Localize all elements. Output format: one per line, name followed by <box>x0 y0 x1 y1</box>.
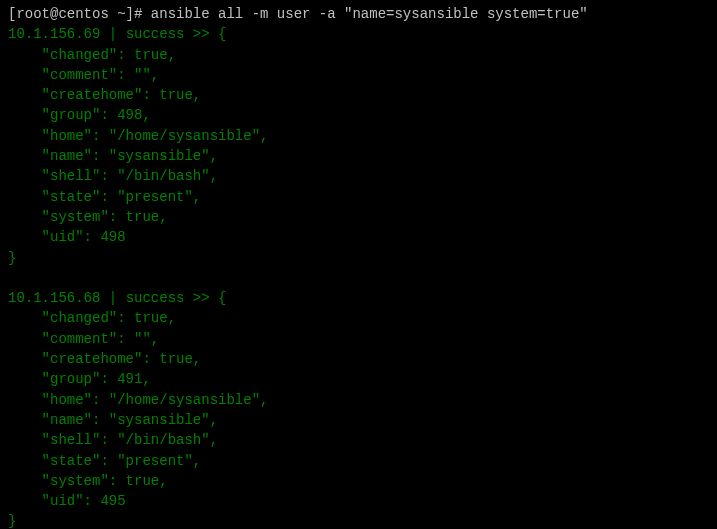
result-line: "comment": "", <box>8 65 709 85</box>
shell-prompt-prefix: [root@centos ~]# <box>8 6 151 22</box>
result-line: "uid": 495 <box>8 491 709 511</box>
result-line: "createhome": true, <box>8 85 709 105</box>
result-host: 10.1.156.69 <box>8 26 100 42</box>
result-line: "comment": "", <box>8 329 709 349</box>
shell-command: ansible all -m user -a "name=sysansible … <box>151 6 588 22</box>
result-host: 10.1.156.68 <box>8 290 100 306</box>
result-line: "group": 498, <box>8 105 709 125</box>
result-line: "shell": "/bin/bash", <box>8 430 709 450</box>
result-line: "shell": "/bin/bash", <box>8 166 709 186</box>
result-line: "name": "sysansible", <box>8 146 709 166</box>
shell-prompt-line[interactable]: [root@centos ~]# ansible all -m user -a … <box>8 4 709 24</box>
result-line: "changed": true, <box>8 45 709 65</box>
result-line: "changed": true, <box>8 308 709 328</box>
ansible-result-block-1: 10.1.156.68 | success >> { <box>8 288 709 308</box>
result-line: "state": "present", <box>8 451 709 471</box>
result-line: "system": true, <box>8 471 709 491</box>
result-header-suffix: | success >> { <box>100 290 226 306</box>
ansible-result-block-0: 10.1.156.69 | success >> { <box>8 24 709 44</box>
result-line: "system": true, <box>8 207 709 227</box>
result-line: "name": "sysansible", <box>8 410 709 430</box>
result-line: "createhome": true, <box>8 349 709 369</box>
result-line: "state": "present", <box>8 187 709 207</box>
result-close: } <box>8 511 709 529</box>
result-line: "uid": 498 <box>8 227 709 247</box>
result-close: } <box>8 248 709 268</box>
result-line: "home": "/home/sysansible", <box>8 390 709 410</box>
blank-line <box>8 268 709 288</box>
result-header-suffix: | success >> { <box>100 26 226 42</box>
result-line: "group": 491, <box>8 369 709 389</box>
result-line: "home": "/home/sysansible", <box>8 126 709 146</box>
